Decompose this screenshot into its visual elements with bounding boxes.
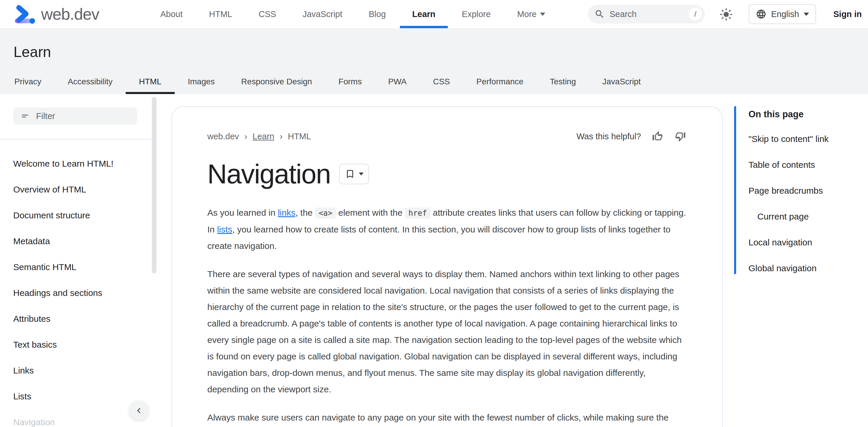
tab-accessibility[interactable]: Accessibility [55, 69, 126, 94]
tab-pwa[interactable]: PWA [375, 69, 420, 94]
breadcrumb-html: HTML [288, 132, 311, 141]
chevron-left-icon [134, 406, 144, 415]
toc-item-page-breadcrumbs[interactable]: Page breadcrumbs [748, 178, 863, 204]
course-tabs: PrivacyAccessibilityHTMLImagesResponsive… [1, 69, 654, 94]
title-row: Navigation [207, 159, 687, 189]
tab-testing[interactable]: Testing [537, 69, 589, 94]
sidebar-item-links[interactable]: Links [0, 358, 152, 383]
toc-accent-rule [734, 106, 736, 274]
sidebar-divider [0, 139, 152, 140]
thumbs-up-button[interactable] [651, 130, 664, 143]
tab-responsive-design[interactable]: Responsive Design [228, 69, 325, 94]
toc-item-global-navigation[interactable]: Global navigation [748, 255, 863, 281]
breadcrumb-web-dev[interactable]: web.dev [207, 132, 239, 141]
filter-placeholder: Filter [36, 111, 55, 121]
inline-code: <a> [315, 207, 336, 219]
tab-images[interactable]: Images [175, 69, 228, 94]
sidebar-item-semantic-html[interactable]: Semantic HTML [0, 254, 152, 280]
top-nav: AboutHTMLCSSJavaScriptBlogLearnExploreMo… [160, 0, 545, 28]
chevron-down-icon [804, 12, 809, 16]
toc-item-skip-to-content-link[interactable]: "Skip to content" link [748, 126, 863, 152]
language-label: English [771, 9, 799, 19]
sign-in-button[interactable]: Sign in [833, 0, 862, 28]
tab-forms[interactable]: Forms [326, 69, 375, 94]
learn-section-header: Learn PrivacyAccessibilityHTMLImagesResp… [0, 28, 868, 94]
nav-item-more[interactable]: More [517, 0, 545, 28]
chevron-down-icon [540, 12, 545, 16]
inline-link-lists[interactable]: lists [217, 225, 232, 234]
course-sidebar: Filter Welcome to Learn HTML!Overview of… [0, 94, 152, 427]
webdev-learn-html-page: { "colors": { "accent_blue": "#1a73e8", … [0, 0, 868, 427]
thumbs-down-icon [675, 131, 686, 142]
article-paragraph: As you learned in links, the <a> element… [207, 204, 688, 254]
sidebar-item-document-structure[interactable]: Document structure [0, 202, 152, 228]
sidebar-item-overview-of-html[interactable]: Overview of HTML [0, 177, 152, 202]
nav-item-css[interactable]: CSS [259, 0, 276, 28]
webdev-logo-icon [13, 3, 36, 25]
article-card: web.dev›Learn›HTML Was this helpful? [172, 106, 723, 427]
toc-title: On this page [748, 106, 863, 122]
globe-icon [756, 9, 766, 20]
search-input[interactable]: Search / [588, 5, 705, 24]
tab-css[interactable]: CSS [420, 69, 463, 94]
inline-code: href [405, 207, 431, 219]
nav-item-learn[interactable]: Learn [412, 0, 435, 28]
bookmark-button[interactable] [339, 164, 369, 184]
tab-javascript[interactable]: JavaScript [589, 69, 654, 94]
webdev-logo[interactable]: web.dev [13, 0, 99, 28]
toc-item-local-navigation[interactable]: Local navigation [748, 229, 863, 255]
sidebar-item-lists[interactable]: Lists [0, 383, 152, 409]
language-selector[interactable]: English [749, 4, 816, 24]
nav-item-javascript[interactable]: JavaScript [303, 0, 342, 28]
nav-item-about[interactable]: About [160, 0, 183, 28]
breadcrumb-learn[interactable]: Learn [252, 132, 274, 141]
breadcrumb: web.dev›Learn›HTML [207, 131, 311, 141]
search-icon [594, 9, 605, 20]
sidebar-item-metadata[interactable]: Metadata [0, 228, 152, 254]
article-paragraph: Always make sure users can navigate to a… [207, 409, 688, 426]
thumbs-up-icon [652, 131, 663, 142]
tab-privacy[interactable]: Privacy [1, 69, 55, 94]
page-title: Navigation [207, 159, 330, 189]
section-title: Learn [13, 44, 51, 60]
on-this-page: On this page "Skip to content" linkTable… [734, 106, 863, 281]
nav-item-html[interactable]: HTML [209, 0, 232, 28]
nav-item-blog[interactable]: Blog [369, 0, 386, 28]
toc-items: "Skip to content" linkTable of contentsP… [748, 126, 863, 281]
toc-item-table-of-contents[interactable]: Table of contents [748, 152, 863, 178]
search-placeholder: Search [610, 9, 689, 19]
tab-html[interactable]: HTML [126, 69, 175, 94]
nav-item-explore[interactable]: Explore [462, 0, 491, 28]
sidebar-item-text-basics[interactable]: Text basics [0, 332, 152, 358]
chevron-down-icon [359, 172, 364, 175]
breadcrumb-separator: › [280, 131, 282, 141]
article-paragraph: There are several types of navigation an… [207, 266, 688, 398]
sidebar-item-welcome-to-learn-html[interactable]: Welcome to Learn HTML! [0, 151, 152, 177]
feedback-label: Was this helpful? [577, 132, 641, 141]
thumbs-down-button[interactable] [674, 130, 687, 143]
inline-link-links[interactable]: links [278, 208, 296, 218]
article-toolbar: web.dev›Learn›HTML Was this helpful? [207, 128, 687, 145]
filter-input[interactable]: Filter [13, 108, 137, 124]
sidebar-scrollbar[interactable] [152, 97, 156, 273]
tab-performance[interactable]: Performance [463, 69, 536, 94]
sidebar-item-attributes[interactable]: Attributes [0, 306, 152, 332]
sidebar-collapse-button[interactable] [129, 401, 149, 420]
feedback-widget: Was this helpful? [577, 130, 687, 143]
top-header: web.dev AboutHTMLCSSJavaScriptBlogLearnE… [0, 0, 868, 28]
article-body: As you learned in links, the <a> element… [207, 204, 688, 426]
chapter-list: Welcome to Learn HTML!Overview of HTMLDo… [0, 151, 152, 427]
sidebar-item-headings-and-sections[interactable]: Headings and sections [0, 280, 152, 306]
filter-icon [20, 111, 30, 121]
theme-toggle-button[interactable] [719, 8, 733, 21]
toc-item-current-page[interactable]: Current page [748, 204, 863, 229]
logo-wordmark: web.dev [41, 5, 99, 24]
light-mode-sun-icon [719, 8, 733, 21]
bookmark-icon [345, 169, 355, 179]
breadcrumb-separator: › [244, 131, 247, 141]
search-shortcut-badge: / [689, 8, 702, 21]
